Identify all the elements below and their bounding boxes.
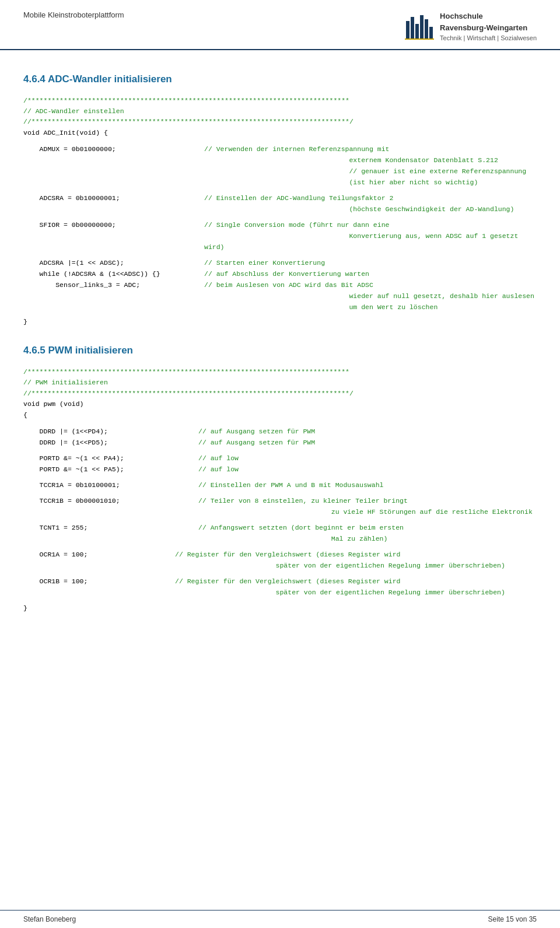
code-portd2-left: PORTD &= ~(1 << PA5); (23, 464, 198, 475)
university-sub2: Technik | Wirtschaft | Sozialwesen (440, 33, 537, 43)
header: Mobile Kleinstroboterplattform Hochschul… (0, 0, 560, 50)
code-adcsra2-left: ADCSRA |=(1 << ADSC); (23, 258, 204, 269)
code-line-tcnt1: TCNT1 = 255; // Anfangswert setzten (dor… (23, 523, 537, 545)
code-ocr1b-left: OCR1B = 100; (23, 576, 175, 598)
svg-rect-3 (420, 15, 424, 38)
code-sfior-right: // Single Conversion mode (führt nur dan… (204, 220, 537, 253)
svg-rect-5 (429, 27, 433, 38)
code-line-adcsra2: ADCSRA |=(1 << ADSC); // Starten einer K… (23, 258, 537, 269)
stars-line-2: //**************************************… (23, 117, 537, 127)
section-adc-heading: 4.6.4 ADC-Wandler initialisieren (23, 73, 537, 85)
code-tccr1a-left: TCCR1A = 0b10100001; (23, 480, 198, 491)
pwm-stars-1: /***************************************… (23, 367, 537, 377)
code-line-tccr1b: TCCR1B = 0b00001010; // Teiler von 8 ein… (23, 496, 537, 518)
page: Mobile Kleinstroboterplattform Hochschul… (0, 0, 560, 928)
code-admux-left: ADMUX = 0b01000000; (23, 144, 204, 188)
footer-page: Seite 15 von 35 (488, 915, 537, 923)
code-line-while: while (!ADCSRA & (1<<ADSC)) {} // auf Ab… (23, 269, 537, 280)
code-while-right: // auf Abschluss der Konvertierung warte… (204, 269, 369, 280)
section-pwm: 4.6.5 PWM initialisieren /**************… (23, 345, 537, 614)
comment-line-1: // ADC-Wandler einstellen (23, 106, 537, 117)
code-tcnt1-left: TCNT1 = 255; (23, 523, 198, 545)
code-line-ocr1a: OCR1A = 100; // Register für den Verglei… (23, 549, 537, 572)
pwm-func-decl: void pwm (void) { (23, 399, 537, 421)
university-name: Hochschule (440, 10, 537, 22)
code-ddrd2-left: DDRD |= (1<<PD5); (23, 437, 198, 449)
code-ddrd1-right: // auf Ausgang setzen für PWM (198, 426, 315, 437)
code-line-portd2: PORTD &= ~(1 << PA5); // auf low (23, 464, 537, 475)
code-portd1-right: // auf low (198, 453, 239, 464)
svg-rect-0 (406, 21, 410, 38)
code-sensor-right: // beim Auslesen von ADC wird das Bit AD… (204, 280, 534, 313)
footer: Stefan Boneberg Seite 15 von 35 (0, 910, 560, 928)
header-logo: Hochschule Ravensburg-Weingarten Technik… (405, 10, 537, 43)
footer-author: Stefan Boneberg (23, 915, 76, 923)
code-adcsra1-right: // Einstellen der ADC-Wandlung Teilungsf… (204, 193, 514, 215)
code-line-ddrd2: DDRD |= (1<<PD5); // auf Ausgang setzen … (23, 437, 537, 449)
code-line-sfior: SFIOR = 0b00000000; // Single Conversion… (23, 220, 537, 253)
code-ddrd1-left: DDRD |= (1<<PD4); (23, 426, 198, 437)
code-adcsra2-right: // Starten einer Konvertierung (204, 258, 325, 269)
code-admux-right: // Verwenden der internen Referenzspannu… (204, 144, 526, 188)
code-while-left: while (!ADCSRA & (1<<ADSC)) {} (23, 269, 204, 280)
logo-text: Hochschule Ravensburg-Weingarten Technik… (440, 10, 537, 43)
code-line-tccr1a: TCCR1A = 0b10100001; // Einstellen der P… (23, 480, 537, 491)
section-adc: 4.6.4 ADC-Wandler initialisieren /******… (23, 73, 537, 328)
code-portd2-right: // auf low (198, 464, 239, 475)
code-sensor-left: Sensor_links_3 = ADC; (23, 280, 204, 313)
code-adcsra1-left: ADCSRA = 0b10000001; (23, 193, 204, 215)
logo-graphic-icon (405, 12, 434, 41)
code-tccr1b-right: // Teiler von 8 einstellen, zu kleiner T… (198, 496, 533, 518)
pwm-stars-2: //**************************************… (23, 388, 537, 399)
svg-rect-1 (411, 17, 414, 38)
code-ocr1b-right: // Register für den Vergleichswert (dies… (175, 576, 505, 598)
header-title: Mobile Kleinstroboterplattform (23, 10, 124, 19)
stars-line-1: /***************************************… (23, 96, 537, 106)
func-decl-adc: void ADC_Init(void) { (23, 128, 537, 138)
code-line-adcsra1: ADCSRA = 0b10000001; // Einstellen der A… (23, 193, 537, 215)
university-sub1: Ravensburg-Weingarten (440, 22, 537, 34)
main-content: 4.6.4 ADC-Wandler initialisieren /******… (0, 50, 560, 929)
close-brace-adc: } (23, 317, 537, 327)
close-brace-pwm: } (23, 603, 537, 614)
code-ocr1a-left: OCR1A = 100; (23, 549, 175, 572)
code-ocr1a-right: // Register für den Vergleichswert (dies… (175, 549, 505, 572)
code-line-portd1: PORTD &= ~(1 << PA4); // auf low (23, 453, 537, 464)
code-portd1-left: PORTD &= ~(1 << PA4); (23, 453, 198, 464)
code-ddrd2-right: // auf Ausgang setzen für PWM (198, 437, 315, 449)
code-line-admux: ADMUX = 0b01000000; // Verwenden der int… (23, 144, 537, 188)
svg-rect-2 (415, 24, 419, 38)
code-line-ddrd1: DDRD |= (1<<PD4); // auf Ausgang setzen … (23, 426, 537, 437)
pwm-comment: // PWM initialisieren (23, 377, 537, 388)
section-pwm-heading: 4.6.5 PWM initialisieren (23, 345, 537, 356)
code-line-sensor: Sensor_links_3 = ADC; // beim Auslesen v… (23, 280, 537, 313)
code-tccr1a-right: // Einstellen der PWM A und B mit Modusa… (198, 480, 383, 491)
code-line-ocr1b: OCR1B = 100; // Register für den Verglei… (23, 576, 537, 598)
code-tccr1b-left: TCCR1B = 0b00001010; (23, 496, 198, 518)
code-sfior-left: SFIOR = 0b00000000; (23, 220, 204, 253)
svg-rect-4 (425, 19, 428, 38)
code-tcnt1-right: // Anfangswert setzten (dort beginnt er … (198, 523, 404, 545)
